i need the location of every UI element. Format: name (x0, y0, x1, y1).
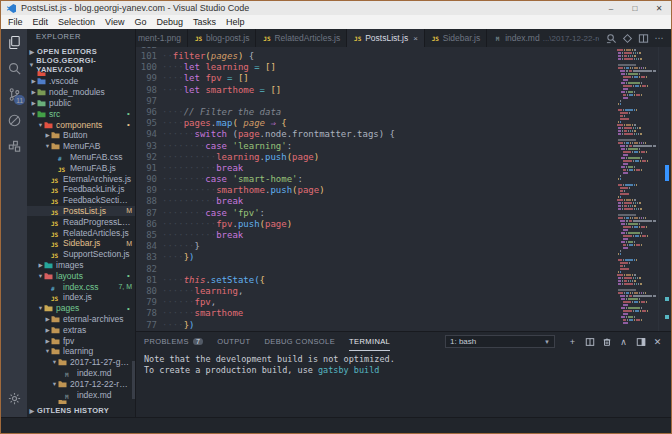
tree-item-sidebar-js[interactable]: JSSidebar.jsM (27, 238, 135, 249)
tree-item-index-js[interactable]: JSindex.js (27, 292, 135, 303)
code-lines: 102101··filter(pages) {100····let learni… (136, 47, 611, 331)
menu-help[interactable]: Help (221, 15, 250, 29)
explorer-title: EXPLORER (27, 29, 135, 45)
maximize-button[interactable]: □ (623, 1, 647, 15)
tree-item-button[interactable]: ▶Button (27, 130, 135, 141)
more-actions-icon[interactable]: ⋯ (651, 30, 667, 46)
tree-item-learning[interactable]: ▼learning (27, 346, 135, 357)
overview-ruler-mark (665, 165, 669, 181)
minimap-line (615, 160, 657, 162)
tree-item-readprogressline-js[interactable]: JSReadProgressLine.js (27, 216, 135, 227)
menu-tasks[interactable]: Tasks (188, 15, 221, 29)
tree-item-feedbacklink-js[interactable]: JSFeedbackLink.js (27, 184, 135, 195)
panel-tab-terminal[interactable]: TERMINAL (349, 332, 390, 351)
menu-edit[interactable]: Edit (28, 15, 54, 29)
gitlens-icon[interactable] (619, 30, 635, 46)
chevron-down-icon: ▼ (27, 62, 36, 68)
minimap-line (615, 97, 657, 99)
tab-index-md[interactable]: Mindex.md...\2017-12-22-recap-of-2017-an… (487, 29, 599, 47)
minimap-line (615, 319, 657, 321)
line-number: 78 (136, 308, 162, 319)
tree-item-supportsection-js[interactable]: JSSupportSection.js (27, 249, 135, 260)
menu-file[interactable]: File (3, 15, 28, 29)
tree-item-layouts[interactable]: ▼layouts• (27, 270, 135, 281)
tree-item-postslist-js[interactable]: JSPostsList.jsM (27, 206, 135, 217)
open-preview-icon[interactable] (603, 30, 619, 46)
minimap-line (615, 151, 657, 153)
settings-gear-icon[interactable] (1, 385, 27, 411)
line-number: 89 (136, 185, 162, 196)
workspace-root-section[interactable]: ▼ BLOG.GEORGI-YANEV.COM (27, 58, 135, 71)
minimap-line (615, 52, 657, 54)
tree-item-index-md[interactable]: Mindex.md (27, 389, 135, 400)
new-terminal-icon[interactable]: + (565, 334, 580, 349)
git-modified-dot-icon: • (127, 122, 132, 127)
code-editor[interactable]: 102101··filter(pages) {100····let learni… (136, 47, 671, 331)
menu-view[interactable]: View (100, 15, 129, 29)
tree-item-node-modules[interactable]: ▶node_modules (27, 87, 135, 98)
split-editor-icon[interactable] (635, 30, 651, 46)
tree-item-public[interactable]: ▶public (27, 98, 135, 109)
tree-item-2017-12-22-recap-[interactable]: ▼2017-12-22-recap-... (27, 378, 135, 389)
explorer-icon[interactable] (1, 29, 27, 55)
menu-go[interactable]: Go (129, 15, 151, 29)
tree-item-index-css[interactable]: #index.css7, M (27, 281, 135, 292)
tree-item-menufab-css[interactable]: #MenuFAB.css (27, 152, 135, 163)
maximize-panel-icon[interactable]: ∧ (616, 334, 631, 349)
menu-debug[interactable]: Debug (151, 15, 188, 29)
tree-item-components[interactable]: ▼components• (27, 119, 135, 130)
panel-tab-output[interactable]: OUTPUT (217, 332, 250, 351)
close-button[interactable]: ✕ (647, 1, 671, 15)
tab-postslist-js[interactable]: JSPostsList.js× (347, 29, 425, 47)
sidebar-scrollbar[interactable] (132, 361, 135, 399)
menu-selection[interactable]: Selection (53, 15, 100, 29)
close-panel-icon[interactable]: ✕ (650, 334, 665, 349)
menu-bar: FileEditSelectionViewGoDebugTasksHelp (1, 15, 671, 29)
tree-item-eternal-archives[interactable]: ▶eternal-archives (27, 314, 135, 325)
js-file-icon: JS (51, 293, 60, 301)
code-line: 80······learning, (136, 286, 611, 297)
overview-ruler[interactable] (658, 47, 671, 331)
tree-item-label: SupportSection.js (63, 249, 132, 259)
minimize-button[interactable]: – (599, 1, 623, 15)
minimap[interactable] (615, 49, 657, 331)
split-terminal-icon[interactable] (582, 334, 597, 349)
tab-blog-post-js[interactable]: JSblog-post.js (188, 29, 256, 47)
source-control-icon[interactable]: 11 (1, 81, 27, 107)
extensions-icon[interactable] (1, 133, 27, 159)
tree-item-feedbacksection-js[interactable]: JSFeedbackSection.js (27, 195, 135, 206)
git-status-badge: M (126, 240, 132, 247)
tree-item--vscode[interactable]: ▶.vscode (27, 76, 135, 87)
debug-icon[interactable] (1, 107, 27, 133)
tree-item-menufab[interactable]: ▼MenuFAB (27, 141, 135, 152)
tree-item-relatedarticles-js[interactable]: JSRelatedArticles.js (27, 227, 135, 238)
whitespace-dots: ···· (162, 118, 184, 128)
whitespace-dots: ······ (162, 241, 195, 251)
move-panel-icon[interactable] (633, 334, 648, 349)
terminal-output[interactable]: Note that the development build is not o… (136, 351, 671, 417)
search-icon[interactable] (1, 55, 27, 81)
close-tab-icon[interactable]: × (413, 34, 418, 43)
tree-item-images[interactable]: ▶images (27, 260, 135, 271)
tree-item-2017-11-27-getting-[interactable]: ▼2017-11-27-getting... (27, 357, 135, 368)
panel-tab-problems[interactable]: PROBLEMS7 (144, 332, 203, 351)
terminal-select[interactable]: 1: bash▼ (445, 335, 555, 348)
minimap-line (615, 286, 657, 288)
panel-tab-debug-console[interactable]: DEBUG CONSOLE (264, 332, 335, 351)
tree-item-index-md[interactable]: Mindex.md (27, 368, 135, 379)
line-content: ····this.setState({ (162, 275, 265, 286)
tab-ment-1-png[interactable]: ment-1.png (136, 29, 188, 47)
tab-sidebar-js[interactable]: JSSidebar.js (425, 29, 487, 47)
tree-item-extras[interactable]: ▶extras (27, 324, 135, 335)
tree-item-menufab-js[interactable]: JSMenuFAB.js (27, 162, 135, 173)
tree-item-fpv[interactable]: ▶fpv (27, 335, 135, 346)
line-number: 91 (136, 163, 162, 174)
tree-item-pages[interactable]: ▼pages• (27, 303, 135, 314)
tree-item-src[interactable]: ▼src• (27, 108, 135, 119)
tab-relatedarticles-js[interactable]: JSRelatedArticles.js (256, 29, 347, 47)
gitlens-history-section[interactable]: ▶ GITLENS HISTORY (27, 404, 135, 417)
tree-item-eternalarchives-js[interactable]: JSEternalArchives.js (27, 173, 135, 184)
problems-count-badge: 7 (193, 338, 203, 345)
panel-tab-bar: PROBLEMS7OUTPUTDEBUG CONSOLETERMINAL1: b… (136, 332, 671, 351)
kill-terminal-icon[interactable] (599, 334, 614, 349)
